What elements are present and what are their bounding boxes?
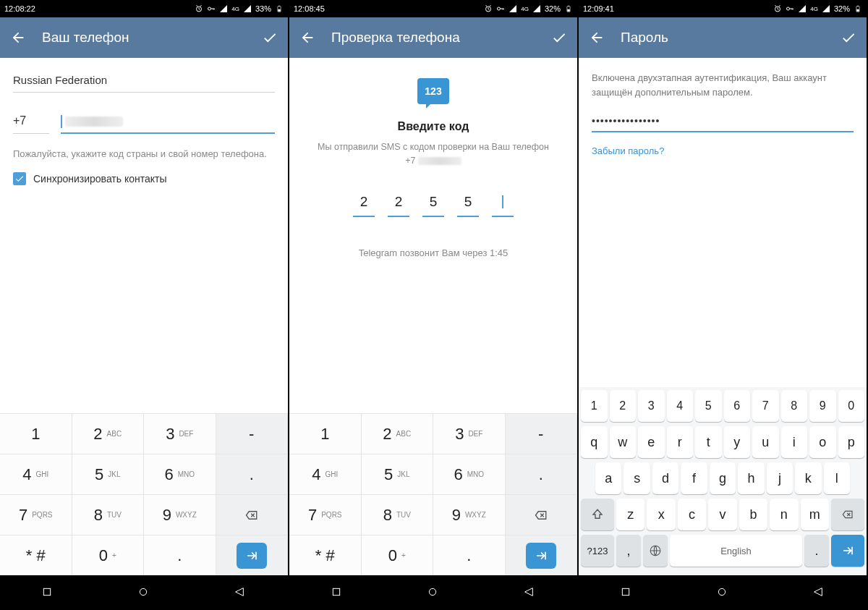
key-[interactable]: - xyxy=(216,413,289,454)
key-9[interactable]: 9 xyxy=(809,390,836,422)
key-8[interactable]: 8 xyxy=(781,390,808,422)
key-backspace[interactable] xyxy=(506,494,578,535)
code-input[interactable]: 2 2 5 5 xyxy=(289,191,577,217)
key-f[interactable]: f xyxy=(681,462,707,494)
key-d[interactable]: d xyxy=(652,462,678,494)
key-a[interactable]: a xyxy=(595,462,621,494)
confirm-icon[interactable] xyxy=(841,30,856,46)
key-y[interactable]: y xyxy=(724,426,751,458)
key-4[interactable]: 4 xyxy=(667,390,694,422)
key-backspace[interactable] xyxy=(216,494,289,535)
key-[interactable]: . xyxy=(216,454,289,494)
nav-back-icon[interactable] xyxy=(523,586,536,599)
key-4[interactable]: 4GHI xyxy=(289,454,362,494)
key-[interactable]: . xyxy=(144,535,216,575)
code-digit-1[interactable]: 2 xyxy=(353,191,375,217)
key-l[interactable]: l xyxy=(824,462,850,494)
key-go[interactable] xyxy=(831,535,864,567)
nav-back-icon[interactable] xyxy=(812,586,825,599)
password-field[interactable]: •••••••••••••••• xyxy=(592,111,854,132)
key-j[interactable]: j xyxy=(767,462,793,494)
code-digit-5[interactable] xyxy=(492,191,514,217)
key-i[interactable]: i xyxy=(781,426,808,458)
phone-number-field[interactable] xyxy=(61,110,275,134)
key-7[interactable]: 7 xyxy=(752,390,779,422)
confirm-icon[interactable] xyxy=(262,30,278,46)
nav-home-icon[interactable] xyxy=(716,586,729,599)
nav-recent-icon[interactable] xyxy=(331,586,344,599)
key-5[interactable]: 5 xyxy=(695,390,722,422)
key-0[interactable]: 0+ xyxy=(72,535,145,575)
key-8[interactable]: 8TUV xyxy=(362,494,434,535)
key-2[interactable]: 2ABC xyxy=(362,413,434,454)
key-7[interactable]: 7PQRS xyxy=(289,494,362,535)
key-period[interactable]: . xyxy=(804,535,829,567)
nav-recent-icon[interactable] xyxy=(620,586,633,599)
code-digit-3[interactable]: 5 xyxy=(422,191,444,217)
key-[interactable]: - xyxy=(506,413,578,454)
key-3[interactable]: 3DEF xyxy=(144,413,216,454)
key-go[interactable] xyxy=(506,535,578,575)
key-space[interactable]: English xyxy=(670,535,802,567)
key-z[interactable]: z xyxy=(616,499,644,530)
key-r[interactable]: r xyxy=(667,426,694,458)
key-5[interactable]: 5JKL xyxy=(362,454,434,494)
key-c[interactable]: c xyxy=(678,499,706,530)
key-1[interactable]: 1 xyxy=(0,413,72,454)
nav-back-icon[interactable] xyxy=(234,586,247,599)
key-o[interactable]: o xyxy=(809,426,836,458)
key-p[interactable]: p xyxy=(838,426,865,458)
key-s[interactable]: s xyxy=(624,462,650,494)
country-code-field[interactable]: +7 xyxy=(13,110,49,134)
key-go[interactable] xyxy=(216,535,289,575)
key-k[interactable]: k xyxy=(795,462,821,494)
key-3[interactable]: 3DEF xyxy=(433,413,506,454)
forgot-password-link[interactable]: Забыли пароль? xyxy=(579,135,867,166)
key-5[interactable]: 5JKL xyxy=(72,454,145,494)
key-t[interactable]: t xyxy=(695,426,722,458)
key-backspace[interactable] xyxy=(831,499,864,530)
key-u[interactable]: u xyxy=(752,426,779,458)
key-v[interactable]: v xyxy=(708,499,736,530)
code-digit-2[interactable]: 2 xyxy=(388,191,409,217)
key-x[interactable]: x xyxy=(647,499,675,530)
key-comma[interactable]: , xyxy=(616,535,641,567)
key-7[interactable]: 7PQRS xyxy=(0,494,72,535)
nav-home-icon[interactable] xyxy=(427,586,440,599)
key-9[interactable]: 9WXYZ xyxy=(144,494,216,535)
key-language[interactable] xyxy=(643,535,668,567)
key-1[interactable]: 1 xyxy=(581,390,608,422)
key-n[interactable]: n xyxy=(770,499,798,530)
key-0[interactable]: 0 xyxy=(838,390,865,422)
key-1[interactable]: 1 xyxy=(289,413,362,454)
key-[interactable]: * # xyxy=(0,535,72,575)
key-symbols[interactable]: ?123 xyxy=(581,535,614,567)
key-w[interactable]: w xyxy=(610,426,637,458)
key-shift[interactable] xyxy=(581,499,614,530)
key-e[interactable]: e xyxy=(638,426,665,458)
key-g[interactable]: g xyxy=(710,462,736,494)
key-2[interactable]: 2ABC xyxy=(72,413,145,454)
key-[interactable]: . xyxy=(433,535,506,575)
key-0[interactable]: 0+ xyxy=(362,535,434,575)
key-6[interactable]: 6MNO xyxy=(144,454,216,494)
back-icon[interactable] xyxy=(299,30,315,46)
key-[interactable]: * # xyxy=(289,535,362,575)
key-2[interactable]: 2 xyxy=(610,390,637,422)
sync-checkbox[interactable] xyxy=(13,172,26,185)
key-6[interactable]: 6 xyxy=(724,390,751,422)
nav-recent-icon[interactable] xyxy=(41,586,54,599)
back-icon[interactable] xyxy=(589,30,605,46)
sync-contacts-row[interactable]: Синхронизировать контакты xyxy=(0,169,288,188)
nav-home-icon[interactable] xyxy=(137,586,150,599)
key-6[interactable]: 6MNO xyxy=(433,454,506,494)
country-field[interactable]: Russian Federation xyxy=(13,68,275,93)
key-[interactable]: . xyxy=(506,454,578,494)
key-3[interactable]: 3 xyxy=(638,390,665,422)
key-8[interactable]: 8TUV xyxy=(72,494,145,535)
key-m[interactable]: m xyxy=(801,499,829,530)
key-q[interactable]: q xyxy=(581,426,608,458)
key-9[interactable]: 9WXYZ xyxy=(433,494,506,535)
confirm-icon[interactable] xyxy=(551,30,567,46)
code-digit-4[interactable]: 5 xyxy=(457,191,479,217)
